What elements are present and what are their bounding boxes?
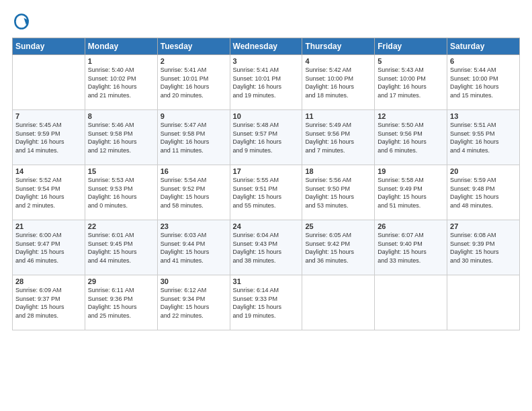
calendar-cell xyxy=(13,55,85,110)
day-number: 1 xyxy=(88,57,154,65)
day-number: 23 xyxy=(161,222,227,230)
calendar-cell: 28Sunrise: 6:09 AM Sunset: 9:37 PM Dayli… xyxy=(13,275,85,330)
day-number: 28 xyxy=(15,277,82,285)
day-number: 12 xyxy=(378,112,444,120)
calendar-cell: 31Sunrise: 6:14 AM Sunset: 9:33 PM Dayli… xyxy=(230,275,302,330)
calendar-cell: 21Sunrise: 6:00 AM Sunset: 9:47 PM Dayli… xyxy=(13,220,85,275)
cell-content: Sunrise: 5:40 AM Sunset: 10:02 PM Daylig… xyxy=(88,66,154,99)
day-number: 29 xyxy=(88,277,154,285)
page: SundayMondayTuesdayWednesdayThursdayFrid… xyxy=(0,0,532,338)
calendar-cell: 4Sunrise: 5:42 AM Sunset: 10:00 PM Dayli… xyxy=(302,55,375,110)
calendar-cell: 2Sunrise: 5:41 AM Sunset: 10:01 PM Dayli… xyxy=(157,55,230,110)
calendar-cell xyxy=(447,275,520,330)
calendar-cell: 19Sunrise: 5:58 AM Sunset: 9:49 PM Dayli… xyxy=(375,165,447,220)
calendar-cell xyxy=(375,275,447,330)
day-number: 31 xyxy=(233,277,300,285)
calendar-cell: 3Sunrise: 5:41 AM Sunset: 10:01 PM Dayli… xyxy=(230,55,302,110)
cell-content: Sunrise: 5:48 AM Sunset: 9:57 PM Dayligh… xyxy=(233,121,300,154)
cell-content: Sunrise: 6:07 AM Sunset: 9:40 PM Dayligh… xyxy=(378,231,444,265)
calendar-cell: 10Sunrise: 5:48 AM Sunset: 9:57 PM Dayli… xyxy=(230,110,302,165)
calendar-cell: 25Sunrise: 6:05 AM Sunset: 9:42 PM Dayli… xyxy=(302,220,375,275)
calendar-cell: 14Sunrise: 5:52 AM Sunset: 9:54 PM Dayli… xyxy=(13,165,85,220)
cell-content: Sunrise: 5:49 AM Sunset: 9:56 PM Dayligh… xyxy=(305,121,371,154)
day-number: 15 xyxy=(88,167,154,175)
day-number: 14 xyxy=(15,167,82,175)
day-number: 24 xyxy=(233,222,300,230)
day-number: 13 xyxy=(450,112,517,120)
calendar-cell: 1Sunrise: 5:40 AM Sunset: 10:02 PM Dayli… xyxy=(85,55,157,110)
calendar-cell: 5Sunrise: 5:43 AM Sunset: 10:00 PM Dayli… xyxy=(375,55,447,110)
day-number: 25 xyxy=(305,222,371,230)
cell-content: Sunrise: 5:53 AM Sunset: 9:53 PM Dayligh… xyxy=(88,176,154,210)
day-number: 3 xyxy=(233,57,300,65)
header-thursday: Thursday xyxy=(302,38,375,55)
day-number: 6 xyxy=(450,57,517,65)
header-monday: Monday xyxy=(85,38,157,55)
calendar-cell: 15Sunrise: 5:53 AM Sunset: 9:53 PM Dayli… xyxy=(85,165,157,220)
calendar-cell: 17Sunrise: 5:55 AM Sunset: 9:51 PM Dayli… xyxy=(230,165,302,220)
calendar-cell: 23Sunrise: 6:03 AM Sunset: 9:44 PM Dayli… xyxy=(157,220,230,275)
calendar-cell: 7Sunrise: 5:45 AM Sunset: 9:59 PM Daylig… xyxy=(13,110,85,165)
calendar-cell: 27Sunrise: 6:08 AM Sunset: 9:39 PM Dayli… xyxy=(447,220,520,275)
day-number: 4 xyxy=(305,57,371,65)
day-number: 17 xyxy=(233,167,300,175)
cell-content: Sunrise: 5:45 AM Sunset: 9:59 PM Dayligh… xyxy=(15,121,82,154)
cell-content: Sunrise: 5:46 AM Sunset: 9:58 PM Dayligh… xyxy=(88,121,154,154)
cell-content: Sunrise: 5:44 AM Sunset: 10:00 PM Daylig… xyxy=(450,66,517,99)
cell-content: Sunrise: 5:56 AM Sunset: 9:50 PM Dayligh… xyxy=(305,176,371,210)
cell-content: Sunrise: 5:41 AM Sunset: 10:01 PM Daylig… xyxy=(161,66,227,99)
day-number: 5 xyxy=(378,57,444,65)
week-row-3: 21Sunrise: 6:00 AM Sunset: 9:47 PM Dayli… xyxy=(13,220,520,275)
cell-content: Sunrise: 5:47 AM Sunset: 9:58 PM Dayligh… xyxy=(161,121,227,154)
calendar-cell: 11Sunrise: 5:49 AM Sunset: 9:56 PM Dayli… xyxy=(302,110,375,165)
cell-content: Sunrise: 6:08 AM Sunset: 9:39 PM Dayligh… xyxy=(450,231,517,265)
cell-content: Sunrise: 5:54 AM Sunset: 9:52 PM Dayligh… xyxy=(161,176,227,210)
header xyxy=(12,12,520,31)
cell-content: Sunrise: 5:52 AM Sunset: 9:54 PM Dayligh… xyxy=(15,176,82,210)
calendar-header: SundayMondayTuesdayWednesdayThursdayFrid… xyxy=(13,38,520,55)
cell-content: Sunrise: 6:00 AM Sunset: 9:47 PM Dayligh… xyxy=(15,231,82,265)
day-number: 21 xyxy=(15,222,82,230)
calendar-cell: 24Sunrise: 6:04 AM Sunset: 9:43 PM Dayli… xyxy=(230,220,302,275)
cell-content: Sunrise: 6:09 AM Sunset: 9:37 PM Dayligh… xyxy=(15,286,82,320)
calendar-cell: 8Sunrise: 5:46 AM Sunset: 9:58 PM Daylig… xyxy=(85,110,157,165)
calendar-cell: 29Sunrise: 6:11 AM Sunset: 9:36 PM Dayli… xyxy=(85,275,157,330)
calendar-cell: 16Sunrise: 5:54 AM Sunset: 9:52 PM Dayli… xyxy=(157,165,230,220)
calendar-body: 1Sunrise: 5:40 AM Sunset: 10:02 PM Dayli… xyxy=(13,55,520,330)
calendar-cell xyxy=(302,275,375,330)
header-wednesday: Wednesday xyxy=(230,38,302,55)
cell-content: Sunrise: 6:04 AM Sunset: 9:43 PM Dayligh… xyxy=(233,231,300,265)
calendar-table: SundayMondayTuesdayWednesdayThursdayFrid… xyxy=(12,38,520,330)
cell-content: Sunrise: 6:12 AM Sunset: 9:34 PM Dayligh… xyxy=(161,286,227,320)
cell-content: Sunrise: 6:03 AM Sunset: 9:44 PM Dayligh… xyxy=(161,231,227,265)
day-number: 18 xyxy=(305,167,371,175)
calendar-cell: 20Sunrise: 5:59 AM Sunset: 9:48 PM Dayli… xyxy=(447,165,520,220)
week-row-2: 14Sunrise: 5:52 AM Sunset: 9:54 PM Dayli… xyxy=(13,165,520,220)
day-number: 2 xyxy=(161,57,227,65)
day-number: 30 xyxy=(161,277,227,285)
cell-content: Sunrise: 5:55 AM Sunset: 9:51 PM Dayligh… xyxy=(233,176,300,210)
calendar-cell: 9Sunrise: 5:47 AM Sunset: 9:58 PM Daylig… xyxy=(157,110,230,165)
header-sunday: Sunday xyxy=(13,38,85,55)
calendar-cell: 26Sunrise: 6:07 AM Sunset: 9:40 PM Dayli… xyxy=(375,220,447,275)
week-row-0: 1Sunrise: 5:40 AM Sunset: 10:02 PM Dayli… xyxy=(13,55,520,110)
calendar-cell: 13Sunrise: 5:51 AM Sunset: 9:55 PM Dayli… xyxy=(447,110,520,165)
day-number: 20 xyxy=(450,167,517,175)
logo-icon xyxy=(12,12,31,31)
cell-content: Sunrise: 6:11 AM Sunset: 9:36 PM Dayligh… xyxy=(88,286,154,320)
week-row-1: 7Sunrise: 5:45 AM Sunset: 9:59 PM Daylig… xyxy=(13,110,520,165)
header-row: SundayMondayTuesdayWednesdayThursdayFrid… xyxy=(13,38,520,55)
day-number: 9 xyxy=(161,112,227,120)
day-number: 8 xyxy=(88,112,154,120)
calendar-cell: 30Sunrise: 6:12 AM Sunset: 9:34 PM Dayli… xyxy=(157,275,230,330)
day-number: 11 xyxy=(305,112,371,120)
cell-content: Sunrise: 5:59 AM Sunset: 9:48 PM Dayligh… xyxy=(450,176,517,210)
day-number: 7 xyxy=(15,112,82,120)
header-tuesday: Tuesday xyxy=(157,38,230,55)
day-number: 19 xyxy=(378,167,444,175)
week-row-4: 28Sunrise: 6:09 AM Sunset: 9:37 PM Dayli… xyxy=(13,275,520,330)
cell-content: Sunrise: 5:43 AM Sunset: 10:00 PM Daylig… xyxy=(378,66,444,99)
header-friday: Friday xyxy=(375,38,447,55)
calendar-cell: 18Sunrise: 5:56 AM Sunset: 9:50 PM Dayli… xyxy=(302,165,375,220)
cell-content: Sunrise: 5:58 AM Sunset: 9:49 PM Dayligh… xyxy=(378,176,444,210)
